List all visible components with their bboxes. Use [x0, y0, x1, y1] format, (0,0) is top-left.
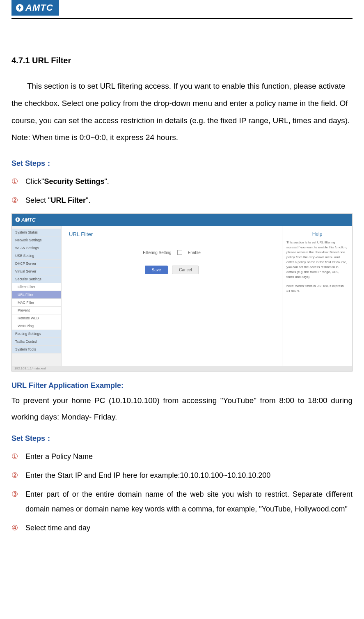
- button-row: Save Cancel: [69, 266, 275, 274]
- shot-status-bar: 192.168.1.1/main.xml: [12, 366, 352, 371]
- steps-list-2: ① Enter a Policy Name ② Enter the Start …: [11, 449, 353, 535]
- step1-1: ① Click"Security Settings".: [11, 174, 353, 189]
- sidebar-item[interactable]: USB Setting: [12, 252, 61, 260]
- step-text: Enter part of or the entire domain name …: [25, 487, 353, 516]
- main-divider: [69, 240, 275, 240]
- sidebar-sub-item[interactable]: WAN Ping: [12, 322, 61, 330]
- section-intro: This section is to set URL filtering acc…: [11, 78, 353, 146]
- filter-row: Filtering Setting Enable: [69, 250, 275, 255]
- sidebar-item[interactable]: DHCP Server: [12, 260, 61, 268]
- main-title: URL Filter: [69, 231, 275, 237]
- shot-body: System Status Network Settings WLAN Sett…: [12, 226, 352, 366]
- shot-brand-text: AMTC: [21, 217, 36, 223]
- shot-main: URL Filter Filtering Setting Enable Save…: [62, 226, 282, 366]
- shot-help-panel: Help This section is to set URL filterin…: [282, 226, 352, 366]
- sidebar-item[interactable]: Traffic Control: [12, 338, 61, 346]
- step2-1: ① Enter a Policy Name: [11, 449, 353, 464]
- step-post: ".: [86, 196, 90, 204]
- step-number: ①: [11, 449, 25, 464]
- enable-checkbox[interactable]: [177, 250, 182, 255]
- step-number: ①: [11, 174, 25, 189]
- brand-text: AMTC: [25, 2, 53, 13]
- sidebar-item[interactable]: Routing Settings: [12, 330, 61, 338]
- step1-2: ② Select "URL Filter".: [11, 193, 353, 208]
- help-text-2: Note: When times is 0:0~0:0, it express …: [286, 284, 348, 293]
- sidebar-sub-item[interactable]: Prevent: [12, 307, 61, 314]
- step-number: ④: [11, 520, 25, 535]
- sidebar-item-security[interactable]: Security Settings: [12, 275, 61, 283]
- example-heading: URL Filter Application Example:: [11, 381, 353, 390]
- set-steps-heading-1: Set Steps：: [11, 158, 353, 168]
- header-rule: [11, 18, 353, 19]
- bolt-icon: [16, 4, 24, 12]
- sidebar-sub-url-filter[interactable]: URL Filter: [12, 291, 61, 299]
- step2-4: ④ Select time and day: [11, 520, 353, 535]
- sidebar-item[interactable]: WLAN Settings: [12, 244, 61, 252]
- section-title: 4.7.1 URL Filter: [11, 56, 353, 65]
- sidebar-item[interactable]: System Status: [12, 229, 61, 236]
- step-bold: URL Filter: [50, 196, 86, 204]
- page-header: AMTC: [11, 0, 353, 19]
- router-screenshot: AMTC System Status Network Settings WLAN…: [11, 213, 353, 371]
- step-number: ③: [11, 487, 25, 502]
- sidebar-item[interactable]: System Tools: [12, 346, 61, 353]
- step-text: Click"Security Settings".: [25, 174, 353, 189]
- step-post: ".: [104, 177, 109, 186]
- step2-2: ② Enter the Start IP and End IP here for…: [11, 468, 353, 483]
- cancel-button[interactable]: Cancel: [172, 266, 199, 274]
- filter-label: Filtering Setting: [143, 250, 171, 255]
- help-text-1: This section is to set URL filtering acc…: [286, 240, 348, 280]
- sidebar-sub-item[interactable]: Client Filter: [12, 283, 61, 291]
- sidebar-sub-item[interactable]: Remote WEB: [12, 314, 61, 322]
- step-pre: Click": [25, 177, 44, 186]
- sidebar-item[interactable]: Network Settings: [12, 236, 61, 244]
- sidebar-sub-item[interactable]: MAC Filter: [12, 299, 61, 307]
- example-text: To prevent your home PC (10.10.10.100) f…: [11, 392, 353, 425]
- brand-logo: AMTC: [11, 0, 59, 16]
- step-number: ②: [11, 468, 25, 483]
- step-pre: Select ": [25, 196, 50, 204]
- shot-brand: AMTC: [15, 217, 36, 223]
- enable-label: Enable: [188, 250, 201, 255]
- step-text: Select "URL Filter".: [25, 193, 353, 208]
- step-text: Enter a Policy Name: [25, 449, 353, 464]
- step-text: Enter the Start IP and End IP here for e…: [25, 468, 353, 483]
- bolt-icon: [15, 217, 20, 222]
- shot-topbar: AMTC: [12, 214, 352, 226]
- step-bold: Security Settings: [44, 177, 104, 186]
- sidebar-item[interactable]: Virtual Server: [12, 268, 61, 275]
- step2-3: ③ Enter part of or the entire domain nam…: [11, 487, 353, 516]
- help-title: Help: [286, 231, 348, 237]
- save-button[interactable]: Save: [145, 266, 168, 274]
- set-steps-heading-2: Set Steps：: [11, 433, 353, 443]
- steps-list-1: ① Click"Security Settings". ② Select "UR…: [11, 174, 353, 208]
- step-number: ②: [11, 193, 25, 208]
- step-text: Select time and day: [25, 520, 353, 535]
- shot-sidebar: System Status Network Settings WLAN Sett…: [12, 226, 62, 366]
